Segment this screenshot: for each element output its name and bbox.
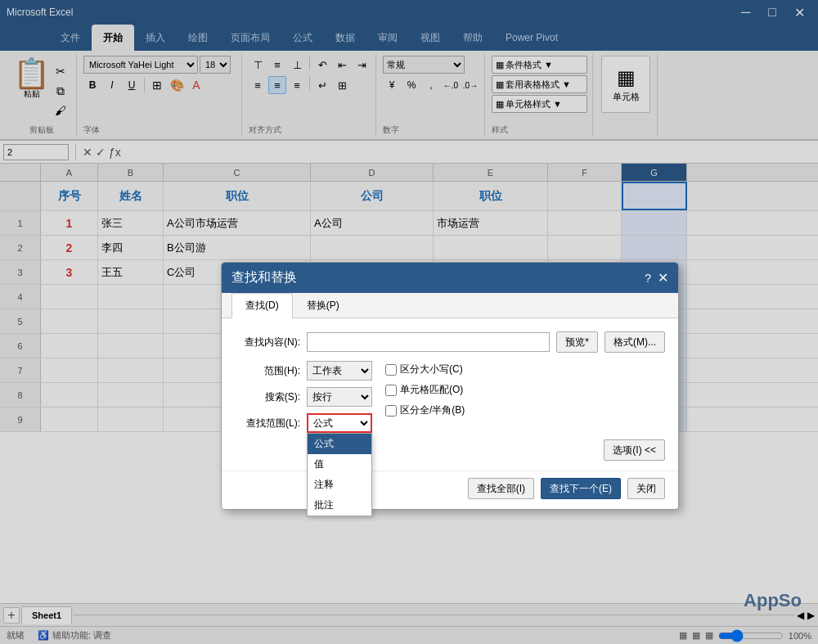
fullwidth-checkbox[interactable]	[385, 405, 397, 417]
dialog-tab-replace[interactable]: 替换(P)	[293, 293, 353, 318]
scope-select[interactable]: 工作表 工作簿	[307, 361, 372, 381]
whole-cell-checkbox[interactable]	[385, 385, 397, 396]
dialog-title: 查找和替换	[231, 269, 297, 286]
whole-cell-checkbox-row: 单元格匹配(O)	[385, 383, 465, 397]
close-button[interactable]: 关闭	[627, 478, 665, 499]
case-checkbox[interactable]	[385, 364, 397, 376]
look-in-option-note[interactable]: 批注	[308, 495, 371, 516]
options-button-row: 选项(I) <<	[235, 439, 665, 461]
fullwidth-checkbox-row: 区分全/半角(B)	[385, 403, 465, 417]
find-input[interactable]	[307, 332, 550, 352]
find-next-button[interactable]: 查找下一个(E)	[541, 478, 621, 499]
look-in-option-formula[interactable]: 公式	[308, 434, 371, 454]
whole-cell-label: 单元格匹配(O)	[400, 383, 463, 397]
format-button[interactable]: 格式(M)...	[605, 331, 665, 353]
fullwidth-label: 区分全/半角(B)	[400, 403, 465, 417]
search-row: 搜索(S): 按行 按列	[235, 387, 372, 407]
look-in-option-value[interactable]: 值	[308, 454, 371, 475]
search-label: 搜索(S):	[235, 390, 300, 404]
look-in-dropdown-list: 公式 值 注释 批注	[307, 433, 372, 516]
look-in-label: 查找范围(L):	[235, 417, 300, 430]
dialog-tab-find[interactable]: 查找(D)	[231, 293, 293, 318]
look-in-dropdown-container: 公式 值 注释 批注 公式 值 注释 批注	[307, 413, 372, 433]
find-content-row: 查找内容(N): 预览* 格式(M)...	[235, 331, 665, 353]
dialog-titlebar-buttons: ? ✕	[645, 270, 668, 286]
case-checkbox-row: 区分大小写(C)	[385, 363, 465, 376]
find-label: 查找内容(N):	[235, 336, 300, 349]
look-in-option-comment[interactable]: 注释	[308, 475, 371, 495]
options-button[interactable]: 选项(I) <<	[604, 439, 665, 461]
scope-label: 范围(H):	[235, 364, 300, 378]
preview-button[interactable]: 预览*	[556, 331, 598, 353]
options-left: 范围(H): 工作表 工作簿 搜索(S): 按行 按列 查找范围(L	[235, 361, 372, 433]
find-all-button[interactable]: 查找全部(I)	[468, 478, 534, 499]
search-select[interactable]: 按行 按列	[307, 387, 372, 407]
dialog-titlebar: 查找和替换 ? ✕	[222, 263, 678, 293]
dialog-help-button[interactable]: ?	[645, 272, 651, 285]
options-right: 区分大小写(C) 单元格匹配(O) 区分全/半角(B)	[385, 363, 465, 433]
scope-row: 范围(H): 工作表 工作簿	[235, 361, 372, 381]
look-in-select[interactable]: 公式 值 注释 批注	[307, 413, 372, 433]
case-label: 区分大小写(C)	[400, 363, 463, 376]
dialog-footer: 查找全部(I) 查找下一个(E) 关闭	[222, 471, 678, 509]
options-area: 范围(H): 工作表 工作簿 搜索(S): 按行 按列 查找范围(L	[235, 361, 665, 433]
find-replace-dialog: 查找和替换 ? ✕ 查找(D) 替换(P) 查找内容(N): 预览* 格式(M)…	[221, 262, 679, 510]
dialog-tabs: 查找(D) 替换(P)	[222, 293, 678, 318]
dialog-close-x-button[interactable]: ✕	[658, 270, 668, 286]
look-in-row: 查找范围(L): 公式 值 注释 批注 公式 值 注释	[235, 413, 372, 433]
dialog-body: 查找内容(N): 预览* 格式(M)... 范围(H): 工作表 工作簿 搜索(	[222, 318, 678, 471]
